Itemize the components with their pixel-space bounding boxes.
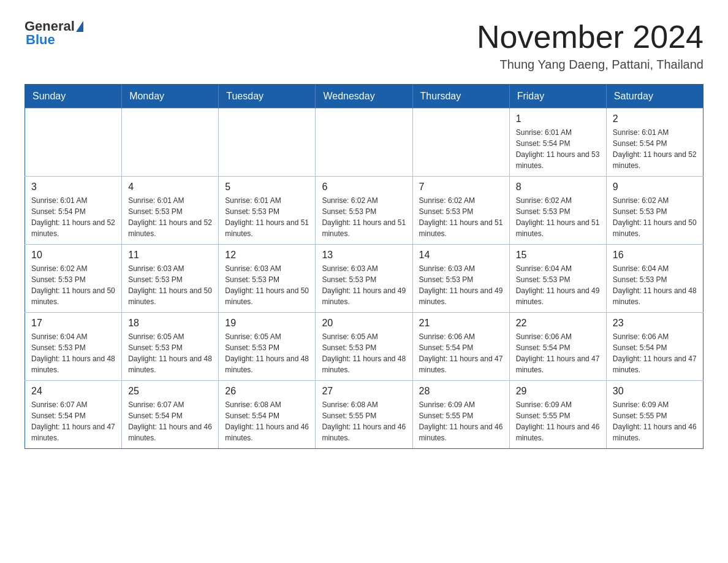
calendar-day-cell: 13Sunrise: 6:03 AMSunset: 5:53 PMDayligh…	[316, 245, 412, 313]
day-info: Sunrise: 6:08 AMSunset: 5:54 PMDaylight:…	[225, 399, 309, 443]
page-header: General Blue November 2024 Thung Yang Da…	[25, 18, 703, 72]
calendar-day-cell: 18Sunrise: 6:05 AMSunset: 5:53 PMDayligh…	[122, 313, 219, 381]
day-number: 8	[516, 182, 600, 193]
day-number: 26	[225, 386, 309, 397]
day-number: 24	[31, 386, 115, 397]
calendar-day-header: Tuesday	[219, 85, 316, 109]
calendar-day-header: Friday	[509, 85, 606, 109]
title-section: November 2024 Thung Yang Daeng, Pattani,…	[477, 18, 703, 72]
calendar-week-row: 1Sunrise: 6:01 AMSunset: 5:54 PMDaylight…	[25, 109, 703, 177]
day-number: 14	[419, 250, 503, 261]
day-info: Sunrise: 6:02 AMSunset: 5:53 PMDaylight:…	[419, 195, 503, 239]
calendar-day-cell: 21Sunrise: 6:06 AMSunset: 5:54 PMDayligh…	[412, 313, 509, 381]
day-number: 5	[225, 182, 309, 193]
calendar-day-cell: 20Sunrise: 6:05 AMSunset: 5:53 PMDayligh…	[316, 313, 412, 381]
calendar-day-cell: 27Sunrise: 6:08 AMSunset: 5:55 PMDayligh…	[316, 381, 412, 449]
calendar-day-cell: 11Sunrise: 6:03 AMSunset: 5:53 PMDayligh…	[122, 245, 219, 313]
calendar-day-cell: 19Sunrise: 6:05 AMSunset: 5:53 PMDayligh…	[219, 313, 316, 381]
logo: General Blue	[25, 18, 85, 48]
calendar-day-cell: 2Sunrise: 6:01 AMSunset: 5:54 PMDaylight…	[606, 109, 703, 177]
month-title: November 2024	[477, 18, 703, 55]
calendar-day-cell: 17Sunrise: 6:04 AMSunset: 5:53 PMDayligh…	[25, 313, 122, 381]
logo-triangle-icon	[76, 21, 83, 32]
logo-blue-text: Blue	[26, 32, 55, 47]
day-number: 18	[128, 318, 212, 329]
day-info: Sunrise: 6:02 AMSunset: 5:53 PMDaylight:…	[31, 263, 115, 307]
calendar-week-row: 24Sunrise: 6:07 AMSunset: 5:54 PMDayligh…	[25, 381, 703, 449]
day-number: 3	[31, 182, 115, 193]
day-number: 12	[225, 250, 309, 261]
day-info: Sunrise: 6:03 AMSunset: 5:53 PMDaylight:…	[225, 263, 309, 307]
day-info: Sunrise: 6:04 AMSunset: 5:53 PMDaylight:…	[516, 263, 600, 307]
calendar-day-cell: 29Sunrise: 6:09 AMSunset: 5:55 PMDayligh…	[509, 381, 606, 449]
calendar-day-header: Thursday	[412, 85, 509, 109]
calendar-day-cell: 25Sunrise: 6:07 AMSunset: 5:54 PMDayligh…	[122, 381, 219, 449]
day-number: 25	[128, 386, 212, 397]
day-info: Sunrise: 6:06 AMSunset: 5:54 PMDaylight:…	[419, 331, 503, 375]
day-info: Sunrise: 6:01 AMSunset: 5:53 PMDaylight:…	[225, 195, 309, 239]
calendar-day-header: Saturday	[606, 85, 703, 109]
day-number: 11	[128, 250, 212, 261]
day-info: Sunrise: 6:07 AMSunset: 5:54 PMDaylight:…	[128, 399, 212, 443]
calendar-day-cell	[219, 109, 316, 177]
day-number: 17	[31, 318, 115, 329]
day-info: Sunrise: 6:05 AMSunset: 5:53 PMDaylight:…	[128, 331, 212, 375]
day-number: 13	[322, 250, 406, 261]
day-number: 22	[516, 318, 600, 329]
calendar-day-cell: 28Sunrise: 6:09 AMSunset: 5:55 PMDayligh…	[412, 381, 509, 449]
calendar-week-row: 3Sunrise: 6:01 AMSunset: 5:54 PMDaylight…	[25, 177, 703, 245]
location-subtitle: Thung Yang Daeng, Pattani, Thailand	[477, 58, 703, 72]
day-number: 7	[419, 182, 503, 193]
calendar-day-cell: 16Sunrise: 6:04 AMSunset: 5:53 PMDayligh…	[606, 245, 703, 313]
day-number: 30	[613, 386, 697, 397]
day-info: Sunrise: 6:02 AMSunset: 5:53 PMDaylight:…	[516, 195, 600, 239]
day-number: 4	[128, 182, 212, 193]
day-info: Sunrise: 6:07 AMSunset: 5:54 PMDaylight:…	[31, 399, 115, 443]
day-number: 2	[613, 113, 697, 124]
day-number: 29	[516, 386, 600, 397]
day-number: 9	[613, 182, 697, 193]
calendar-day-cell: 10Sunrise: 6:02 AMSunset: 5:53 PMDayligh…	[25, 245, 122, 313]
day-info: Sunrise: 6:01 AMSunset: 5:53 PMDaylight:…	[128, 195, 212, 239]
day-info: Sunrise: 6:01 AMSunset: 5:54 PMDaylight:…	[516, 127, 600, 171]
day-info: Sunrise: 6:09 AMSunset: 5:55 PMDaylight:…	[516, 399, 600, 443]
calendar-day-cell: 8Sunrise: 6:02 AMSunset: 5:53 PMDaylight…	[509, 177, 606, 245]
calendar-header-row: SundayMondayTuesdayWednesdayThursdayFrid…	[25, 85, 703, 109]
day-number: 1	[516, 113, 600, 124]
calendar-day-cell	[316, 109, 412, 177]
calendar-day-header: Wednesday	[316, 85, 412, 109]
calendar-day-cell: 9Sunrise: 6:02 AMSunset: 5:53 PMDaylight…	[606, 177, 703, 245]
day-number: 28	[419, 386, 503, 397]
day-info: Sunrise: 6:04 AMSunset: 5:53 PMDaylight:…	[31, 331, 115, 375]
day-info: Sunrise: 6:06 AMSunset: 5:54 PMDaylight:…	[613, 331, 697, 375]
day-number: 20	[322, 318, 406, 329]
day-number: 10	[31, 250, 115, 261]
calendar-day-cell: 14Sunrise: 6:03 AMSunset: 5:53 PMDayligh…	[412, 245, 509, 313]
calendar-day-cell: 26Sunrise: 6:08 AMSunset: 5:54 PMDayligh…	[219, 381, 316, 449]
day-info: Sunrise: 6:09 AMSunset: 5:55 PMDaylight:…	[419, 399, 503, 443]
calendar-table: SundayMondayTuesdayWednesdayThursdayFrid…	[25, 84, 703, 449]
calendar-week-row: 17Sunrise: 6:04 AMSunset: 5:53 PMDayligh…	[25, 313, 703, 381]
day-number: 16	[613, 250, 697, 261]
day-info: Sunrise: 6:06 AMSunset: 5:54 PMDaylight:…	[516, 331, 600, 375]
day-info: Sunrise: 6:09 AMSunset: 5:55 PMDaylight:…	[613, 399, 697, 443]
calendar-day-header: Monday	[122, 85, 219, 109]
day-info: Sunrise: 6:01 AMSunset: 5:54 PMDaylight:…	[613, 127, 697, 171]
day-info: Sunrise: 6:08 AMSunset: 5:55 PMDaylight:…	[322, 399, 406, 443]
calendar-week-row: 10Sunrise: 6:02 AMSunset: 5:53 PMDayligh…	[25, 245, 703, 313]
day-info: Sunrise: 6:05 AMSunset: 5:53 PMDaylight:…	[225, 331, 309, 375]
calendar-day-cell: 1Sunrise: 6:01 AMSunset: 5:54 PMDaylight…	[509, 109, 606, 177]
calendar-day-cell: 4Sunrise: 6:01 AMSunset: 5:53 PMDaylight…	[122, 177, 219, 245]
day-info: Sunrise: 6:04 AMSunset: 5:53 PMDaylight:…	[613, 263, 697, 307]
calendar-day-cell: 6Sunrise: 6:02 AMSunset: 5:53 PMDaylight…	[316, 177, 412, 245]
calendar-day-cell: 30Sunrise: 6:09 AMSunset: 5:55 PMDayligh…	[606, 381, 703, 449]
day-info: Sunrise: 6:03 AMSunset: 5:53 PMDaylight:…	[419, 263, 503, 307]
calendar-day-header: Sunday	[25, 85, 122, 109]
day-number: 19	[225, 318, 309, 329]
calendar-day-cell: 22Sunrise: 6:06 AMSunset: 5:54 PMDayligh…	[509, 313, 606, 381]
day-number: 6	[322, 182, 406, 193]
calendar-day-cell: 3Sunrise: 6:01 AMSunset: 5:54 PMDaylight…	[25, 177, 122, 245]
calendar-day-cell: 7Sunrise: 6:02 AMSunset: 5:53 PMDaylight…	[412, 177, 509, 245]
calendar-day-cell	[25, 109, 122, 177]
day-number: 15	[516, 250, 600, 261]
